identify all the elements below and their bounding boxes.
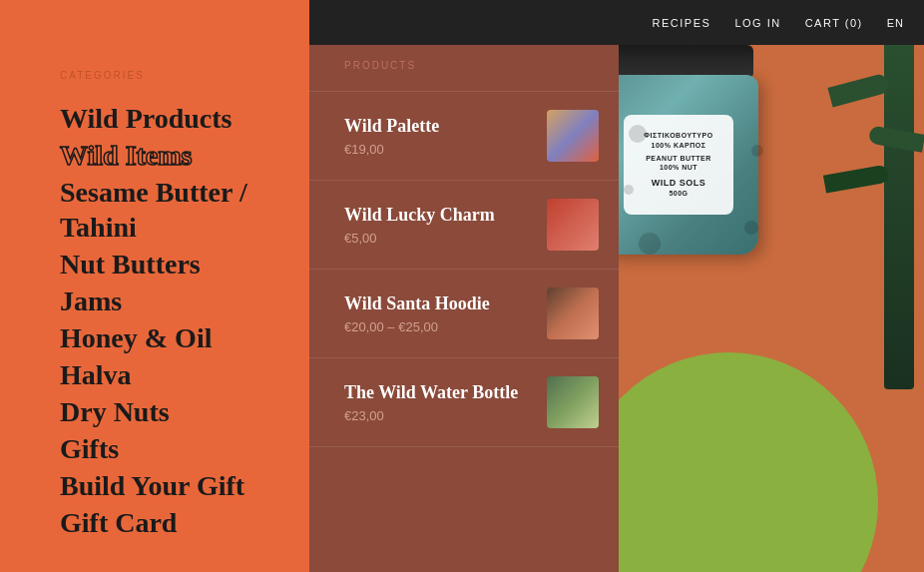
nav-login[interactable]: LOG IN bbox=[734, 17, 780, 29]
product-info-wild-water-bottle: The Wild Water Bottle €23,00 bbox=[344, 381, 518, 423]
product-item-wild-palette[interactable]: Wild Palette €19,00 bbox=[309, 91, 619, 180]
jar-container: ΦΙΣΤΙΚΟΒΟΥΤΥΡΟ 100% ΚΑΡΠΟΣ PEANUT BUTTER… bbox=[619, 45, 798, 324]
plant-stem bbox=[884, 40, 914, 389]
jar-label: ΦΙΣΤΙΚΟΒΟΥΤΥΡΟ 100% ΚΑΡΠΟΣ PEANUT BUTTER… bbox=[624, 115, 733, 215]
sidebar-item-gifts[interactable]: Gifts bbox=[60, 431, 309, 466]
sidebar-item-build-gift[interactable]: Build Your Gift bbox=[60, 468, 309, 503]
sidebar-item-jams[interactable]: Jams bbox=[60, 284, 309, 318]
product-price-wild-water-bottle: €23,00 bbox=[344, 408, 518, 423]
product-item-wild-lucky-charm[interactable]: Wild Lucky Charm €5,00 bbox=[309, 180, 619, 269]
categories-label: CATEGORIES bbox=[60, 70, 309, 81]
sidebar-item-wild-items[interactable]: Wild Items bbox=[60, 138, 309, 173]
nav-lang[interactable]: EN bbox=[887, 17, 904, 29]
sidebar: CATEGORIES Wild Products Wild Items Sesa… bbox=[0, 0, 309, 572]
jar-body: ΦΙΣΤΙΚΟΒΟΥΤΥΡΟ 100% ΚΑΡΠΟΣ PEANUT BUTTER… bbox=[619, 75, 758, 255]
top-navigation: RECIPES LOG IN CART (0) EN bbox=[309, 0, 924, 45]
jar-label-text-1: ΦΙΣΤΙΚΟΒΟΥΤΥΡΟ bbox=[644, 131, 712, 140]
jar-label-text-2: 100% ΚΑΡΠΟΣ bbox=[652, 141, 706, 150]
sidebar-item-nut-butters[interactable]: Nut Butters bbox=[60, 247, 309, 282]
nav-cart[interactable]: CART (0) bbox=[805, 17, 863, 29]
sidebar-item-sesame-butter[interactable]: Sesame Butter / Tahini bbox=[60, 175, 309, 245]
product-price-wild-lucky-charm: €5,00 bbox=[344, 231, 495, 246]
nav-recipes[interactable]: RECIPES bbox=[653, 17, 711, 29]
sidebar-item-honey-oil[interactable]: Honey & Oil bbox=[60, 320, 309, 355]
product-thumb-wild-lucky-charm bbox=[547, 199, 599, 251]
jar-label-text-4: 100% NUT bbox=[660, 163, 697, 172]
product-thumb-wild-water-bottle bbox=[547, 376, 599, 428]
product-image-area: ΦΙΣΤΙΚΟΒΟΥΤΥΡΟ 100% ΚΑΡΠΟΣ PEANUT BUTTER… bbox=[619, 0, 924, 572]
product-price-wild-santa-hoodie: €20,00 – €25,00 bbox=[344, 319, 490, 334]
product-item-wild-water-bottle[interactable]: The Wild Water Bottle €23,00 bbox=[309, 357, 619, 447]
jar-label-text-3: PEANUT BUTTER bbox=[646, 154, 711, 163]
sidebar-item-halva[interactable]: Halva bbox=[60, 357, 309, 392]
product-info-wild-lucky-charm: Wild Lucky Charm €5,00 bbox=[344, 204, 495, 246]
product-thumb-wild-palette bbox=[547, 110, 599, 162]
jar-brand-text: Wild Sols bbox=[652, 178, 706, 190]
products-label: PRODUCTS bbox=[309, 60, 619, 91]
product-name-wild-water-bottle: The Wild Water Bottle bbox=[344, 381, 518, 404]
product-item-wild-santa-hoodie[interactable]: Wild Santa Hoodie €20,00 – €25,00 bbox=[309, 269, 619, 357]
product-info-wild-santa-hoodie: Wild Santa Hoodie €20,00 – €25,00 bbox=[344, 292, 490, 334]
product-thumb-wild-santa-hoodie bbox=[547, 287, 599, 339]
sidebar-item-wild-products[interactable]: Wild Products bbox=[60, 101, 309, 136]
jar-weight-text: 500g bbox=[669, 189, 688, 198]
sidebar-item-dry-nuts[interactable]: Dry Nuts bbox=[60, 394, 309, 429]
sidebar-item-gift-card[interactable]: Gift Card bbox=[60, 505, 309, 540]
plant-leaf-left-1 bbox=[827, 73, 890, 108]
jar-lid bbox=[619, 45, 753, 77]
product-price-wild-palette: €19,00 bbox=[344, 142, 439, 157]
product-info-wild-palette: Wild Palette €19,00 bbox=[344, 115, 439, 157]
products-dropdown: × PRODUCTS Wild Palette €19,00 Wild Luck… bbox=[309, 0, 619, 572]
product-name-wild-palette: Wild Palette bbox=[344, 115, 439, 138]
bottom-green-circle bbox=[619, 352, 878, 572]
product-name-wild-lucky-charm: Wild Lucky Charm bbox=[344, 204, 495, 227]
plant-leaf-left-2 bbox=[823, 164, 890, 193]
product-name-wild-santa-hoodie: Wild Santa Hoodie bbox=[344, 292, 490, 315]
